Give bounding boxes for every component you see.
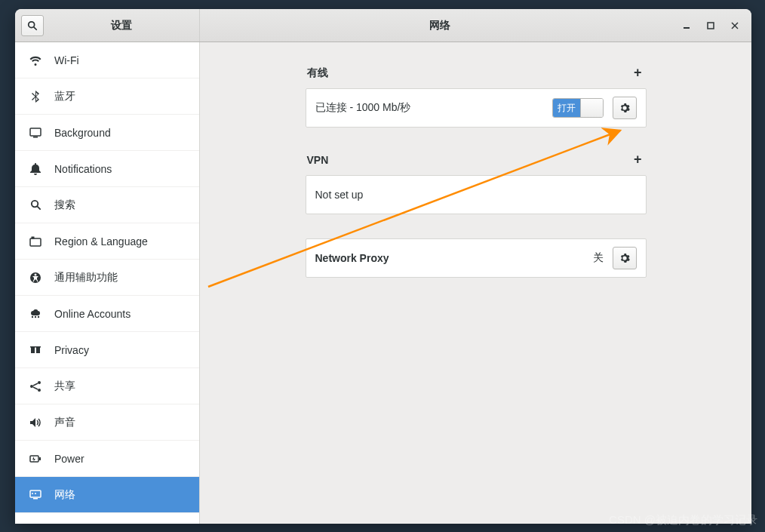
watermark: CSDN @被迫内卷的学习记录 <box>609 513 757 527</box>
maximize-button[interactable] <box>703 18 718 33</box>
svg-rect-26 <box>33 498 38 500</box>
notifications-icon <box>29 162 42 176</box>
sidebar-item-notifications[interactable]: Notifications <box>15 151 199 187</box>
window-controls <box>679 9 751 42</box>
wired-section: 有线 + 已连接 - 1000 Mb/秒 打开 <box>306 65 647 128</box>
wifi-icon <box>29 54 42 67</box>
sidebar-item-wifi[interactable]: Wi-Fi <box>15 42 199 78</box>
main-content: 有线 + 已连接 - 1000 Mb/秒 打开 <box>200 42 751 524</box>
sidebar-item-search[interactable]: 搜索 <box>15 187 199 223</box>
svg-point-27 <box>32 493 33 494</box>
wired-heading: 有线 <box>307 66 328 80</box>
vpn-heading: VPN <box>307 154 329 166</box>
sharing-icon <box>29 380 42 393</box>
svg-line-1 <box>34 27 36 29</box>
wired-card: 已连接 - 1000 Mb/秒 打开 <box>306 88 647 128</box>
add-vpn-button[interactable]: + <box>631 152 645 168</box>
sidebar-item-label: Online Accounts <box>54 308 131 320</box>
wired-status: 已连接 - 1000 Mb/秒 <box>315 101 543 115</box>
bluetooth-icon <box>29 90 42 103</box>
add-wired-button[interactable]: + <box>631 65 645 81</box>
svg-point-13 <box>35 273 37 275</box>
svg-rect-17 <box>30 346 41 348</box>
titlebar: 设置 网络 <box>15 9 751 42</box>
sidebar-item-label: 蓝牙 <box>54 90 75 103</box>
sidebar-item-sharing[interactable]: 共享 <box>15 368 199 404</box>
vpn-status: Not set up <box>315 189 637 201</box>
proxy-settings-button[interactable] <box>613 247 637 269</box>
sidebar-item-label: 共享 <box>54 380 75 393</box>
vpn-card: Not set up <box>306 175 647 214</box>
vpn-section: VPN + Not set up <box>306 152 647 214</box>
svg-point-8 <box>31 201 37 207</box>
svg-line-9 <box>37 207 39 209</box>
privacy-icon <box>29 343 42 357</box>
titlebar-left: 设置 <box>15 9 200 42</box>
svg-rect-24 <box>39 457 41 460</box>
sidebar-item-label: Region & Language <box>54 235 148 248</box>
sidebar-list[interactable]: Wi-Fi蓝牙BackgroundNotifications搜索Region &… <box>15 42 199 524</box>
sidebar-item-region[interactable]: Region & Language <box>15 223 199 260</box>
sidebar-item-label: Notifications <box>54 163 112 175</box>
sidebar-item-bluetooth[interactable]: 蓝牙 <box>15 78 199 115</box>
proxy-heading: Network Proxy <box>315 252 584 264</box>
sidebar-item-label: Wi-Fi <box>54 54 79 66</box>
proxy-off-label: 关 <box>593 251 604 265</box>
svg-point-18 <box>38 381 41 384</box>
svg-rect-3 <box>708 23 714 29</box>
sidebar-item-label: 网络 <box>54 488 75 502</box>
sidebar-item-label: 搜索 <box>54 198 75 212</box>
sidebar-title: 设置 <box>44 19 199 32</box>
region-icon <box>29 235 42 248</box>
search-icon <box>27 20 38 31</box>
sidebar-item-accessibility[interactable]: 通用辅助功能 <box>15 260 199 296</box>
svg-rect-7 <box>33 137 38 138</box>
svg-rect-2 <box>684 27 690 29</box>
svg-line-21 <box>33 383 38 386</box>
sidebar-item-sound[interactable]: 声音 <box>15 404 199 441</box>
svg-point-20 <box>38 389 41 392</box>
sidebar-item-label: 声音 <box>54 416 75 429</box>
svg-rect-11 <box>32 236 35 238</box>
sound-icon <box>29 416 42 429</box>
svg-point-28 <box>35 493 36 494</box>
wired-toggle[interactable]: 打开 <box>552 98 604 118</box>
svg-rect-10 <box>30 238 41 246</box>
svg-point-14 <box>32 315 33 317</box>
sidebar-item-background[interactable]: Background <box>15 115 199 151</box>
svg-line-22 <box>33 387 38 389</box>
gear-icon <box>619 253 630 263</box>
power-icon <box>29 452 42 466</box>
background-icon <box>29 126 42 140</box>
sidebar: Wi-Fi蓝牙BackgroundNotifications搜索Region &… <box>15 42 200 524</box>
accessibility-icon <box>29 271 42 284</box>
online-accounts-icon <box>29 307 42 321</box>
sidebar-item-power[interactable]: Power <box>15 441 199 477</box>
minimize-button[interactable] <box>679 18 694 33</box>
svg-point-19 <box>30 385 33 388</box>
search-button[interactable] <box>21 15 44 36</box>
maximize-icon <box>707 22 714 29</box>
sidebar-item-label: Background <box>54 127 111 139</box>
sidebar-item-network[interactable]: 网络 <box>15 477 199 513</box>
search-icon <box>29 198 42 212</box>
wired-settings-button[interactable] <box>613 97 637 119</box>
settings-window: 设置 网络 Wi-Fi蓝牙BackgroundNotifications搜索Re… <box>15 9 751 524</box>
sidebar-item-label: Power <box>54 453 84 465</box>
toggle-on-label: 打开 <box>553 99 580 117</box>
proxy-card: Network Proxy 关 <box>306 238 647 278</box>
gear-icon <box>619 103 630 113</box>
toggle-knob <box>580 99 603 117</box>
sidebar-item-label: Privacy <box>54 344 89 356</box>
sidebar-item-privacy[interactable]: Privacy <box>15 332 199 368</box>
sidebar-item-label: 通用辅助功能 <box>54 271 118 284</box>
close-button[interactable] <box>727 18 742 33</box>
svg-rect-6 <box>30 128 41 136</box>
minimize-icon <box>683 22 690 29</box>
body: Wi-Fi蓝牙BackgroundNotifications搜索Region &… <box>15 42 751 524</box>
network-icon <box>29 488 42 502</box>
page-title: 网络 <box>200 9 679 42</box>
svg-point-15 <box>35 315 36 317</box>
sidebar-item-online-accounts[interactable]: Online Accounts <box>15 296 199 332</box>
close-icon <box>731 22 739 29</box>
